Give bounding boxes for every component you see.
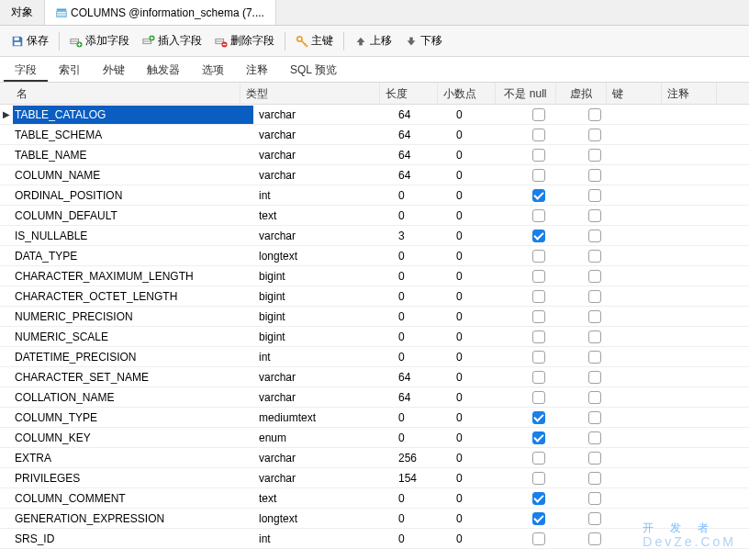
cell-decimals[interactable]: 0: [451, 328, 509, 346]
cell-virtual[interactable]: [569, 532, 620, 545]
cell-decimals[interactable]: 0: [451, 510, 509, 528]
cell-name[interactable]: ORDINAL_POSITION: [13, 186, 253, 205]
cell-key[interactable]: [620, 435, 675, 441]
cell-decimals[interactable]: 0: [451, 166, 509, 185]
checkbox-icon[interactable]: [588, 129, 601, 141]
cell-comment[interactable]: [675, 152, 730, 158]
checkbox-icon[interactable]: [532, 512, 545, 525]
cell-key[interactable]: [620, 112, 675, 118]
cell-not-null[interactable]: [509, 128, 569, 141]
cell-key[interactable]: [620, 173, 675, 178]
cell-decimals[interactable]: 0: [451, 409, 509, 427]
cell-comment[interactable]: [675, 476, 730, 481]
tab-sql-preview[interactable]: SQL 预览: [279, 57, 348, 82]
cell-name[interactable]: COLUMN_DEFAULT: [13, 207, 253, 225]
cell-key[interactable]: [620, 375, 675, 380]
cell-virtual[interactable]: [569, 249, 620, 263]
cell-virtual[interactable]: [569, 350, 620, 364]
cell-type[interactable]: bigint: [253, 287, 393, 306]
cell-length[interactable]: 0: [393, 530, 451, 548]
tab-options[interactable]: 选项: [191, 57, 235, 82]
checkbox-icon[interactable]: [588, 411, 601, 424]
table-row[interactable]: EXTRAvarchar2560: [0, 448, 749, 468]
checkbox-icon[interactable]: [588, 492, 601, 505]
cell-length[interactable]: 0: [393, 429, 451, 447]
checkbox-icon[interactable]: [532, 371, 545, 384]
tab-foreign-keys[interactable]: 外键: [92, 57, 136, 82]
cell-length[interactable]: 0: [393, 308, 451, 326]
cell-key[interactable]: [620, 132, 675, 138]
cell-type[interactable]: longtext: [253, 247, 393, 265]
checkbox-icon[interactable]: [588, 108, 601, 121]
checkbox-icon[interactable]: [588, 351, 601, 364]
cell-key[interactable]: [620, 233, 675, 239]
checkbox-icon[interactable]: [588, 250, 601, 263]
cell-length[interactable]: 0: [393, 287, 451, 306]
cell-virtual[interactable]: [569, 168, 620, 182]
cell-not-null[interactable]: [509, 532, 569, 545]
checkbox-icon[interactable]: [588, 230, 601, 242]
cell-not-null[interactable]: [509, 188, 569, 202]
cell-length[interactable]: 64: [393, 106, 451, 124]
cell-virtual[interactable]: [569, 188, 620, 202]
cell-comment[interactable]: [675, 314, 730, 319]
table-row[interactable]: NUMERIC_SCALEbigint00: [0, 327, 749, 347]
cell-length[interactable]: 0: [393, 186, 451, 205]
cell-not-null[interactable]: [509, 168, 569, 182]
cell-type[interactable]: varchar: [253, 106, 393, 124]
cell-not-null[interactable]: [509, 249, 569, 263]
cell-type[interactable]: bigint: [253, 308, 393, 326]
checkbox-icon[interactable]: [532, 532, 545, 545]
table-row[interactable]: NUMERIC_PRECISIONbigint00: [0, 307, 749, 327]
cell-decimals[interactable]: 0: [451, 489, 509, 508]
cell-key[interactable]: [620, 274, 675, 279]
cell-not-null[interactable]: [509, 208, 569, 222]
cell-key[interactable]: [620, 354, 675, 360]
cell-decimals[interactable]: 0: [451, 308, 509, 326]
cell-comment[interactable]: [675, 253, 730, 259]
add-field-button[interactable]: 添加字段: [64, 29, 135, 52]
checkbox-icon[interactable]: [588, 290, 601, 303]
cell-virtual[interactable]: [569, 107, 620, 121]
checkbox-icon[interactable]: [532, 250, 545, 263]
checkbox-icon[interactable]: [588, 452, 601, 465]
cell-virtual[interactable]: [569, 330, 620, 343]
cell-virtual[interactable]: [569, 471, 620, 485]
cell-virtual[interactable]: [569, 148, 620, 162]
cell-name[interactable]: COLUMN_NAME: [13, 166, 253, 185]
cell-name[interactable]: GENERATION_EXPRESSION: [13, 510, 253, 528]
cell-comment[interactable]: [675, 455, 730, 461]
cell-type[interactable]: text: [253, 489, 393, 508]
table-row[interactable]: IS_NULLABLEvarchar30: [0, 226, 749, 246]
cell-name[interactable]: COLUMN_TYPE: [13, 409, 253, 427]
tab-fields[interactable]: 字段: [4, 57, 48, 82]
checkbox-icon[interactable]: [532, 391, 545, 404]
cell-length[interactable]: 0: [393, 489, 451, 508]
cell-length[interactable]: 0: [393, 348, 451, 366]
cell-decimals[interactable]: 0: [451, 368, 509, 386]
insert-field-button[interactable]: 插入字段: [137, 29, 207, 52]
cell-key[interactable]: [620, 294, 675, 299]
checkbox-icon[interactable]: [532, 270, 545, 283]
cell-length[interactable]: 0: [393, 247, 451, 265]
table-row[interactable]: COLUMN_DEFAULTtext00: [0, 206, 749, 226]
col-not-null[interactable]: 不是 null: [496, 83, 556, 104]
cell-not-null[interactable]: [509, 350, 569, 364]
tab-columns[interactable]: COLUMNS @information_schema (7....: [45, 0, 276, 25]
cell-key[interactable]: [620, 516, 675, 521]
cell-key[interactable]: [620, 152, 675, 158]
cell-name[interactable]: COLLATION_NAME: [13, 388, 253, 407]
cell-decimals[interactable]: 0: [451, 146, 509, 164]
cell-virtual[interactable]: [569, 451, 620, 465]
checkbox-icon[interactable]: [588, 189, 601, 202]
cell-not-null[interactable]: [509, 289, 569, 303]
cell-type[interactable]: enum: [253, 429, 393, 447]
cell-name[interactable]: NUMERIC_PRECISION: [13, 308, 253, 326]
table-row[interactable]: ORDINAL_POSITIONint00: [0, 185, 749, 206]
cell-virtual[interactable]: [569, 229, 620, 242]
cell-name[interactable]: IS_NULLABLE: [13, 227, 253, 245]
checkbox-icon[interactable]: [588, 209, 601, 222]
cell-decimals[interactable]: 0: [451, 247, 509, 265]
checkbox-icon[interactable]: [532, 351, 545, 364]
table-row[interactable]: COLUMN_TYPEmediumtext00: [0, 408, 749, 428]
